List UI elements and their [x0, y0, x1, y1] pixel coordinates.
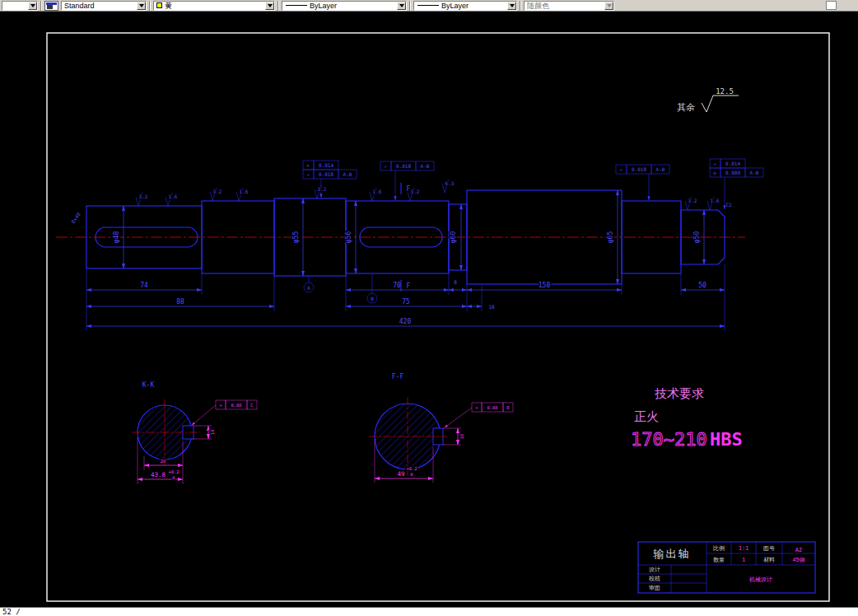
titleblock-row-design: 设计	[649, 567, 660, 572]
tolerance-frame-1: ⌖ 0.014 ↗ 0.018 A-B	[303, 161, 357, 198]
dim-8: 8	[454, 279, 457, 285]
titleblock-row-review: 审图	[649, 585, 660, 591]
tol-lower: 0	[172, 475, 175, 480]
tol-value: 0.08	[487, 405, 497, 410]
plotstyle-combo: 随颜色	[524, 1, 614, 11]
technical-requirements: 技术要求 正火 170~210 HBS	[631, 386, 743, 450]
drawing-area[interactable]: 74 88 70 8 75 18 158 50 420 φ48 φ55 φ56 …	[0, 12, 858, 607]
sheet-value: A2	[795, 547, 802, 553]
dim-88: 88	[176, 298, 184, 306]
color-value: 黄	[162, 2, 265, 10]
lineweight-combo[interactable]: ByLayer	[413, 1, 517, 11]
roughness-value: 3.2	[139, 194, 148, 199]
scale-label: 比例	[713, 545, 725, 552]
color-combo[interactable]: 黄	[153, 1, 275, 11]
lineweight-arrow-icon[interactable]	[507, 2, 516, 10]
text-style-arrow-icon[interactable]	[137, 2, 146, 10]
dia-label-3: φ56	[345, 231, 352, 244]
roughness-value: 3.2	[213, 189, 222, 194]
tol-value: 0.014	[725, 161, 740, 166]
roughness-value: 6.3	[445, 180, 455, 186]
section-right-tolerance-frame: ⌖ 0.08 D	[445, 403, 513, 427]
quantity-label: 数量	[713, 557, 725, 562]
tol-datum-ref: D	[506, 405, 509, 410]
dia-label-5: φ65	[607, 231, 614, 244]
tol-datum-ref: A-B	[343, 171, 352, 177]
dia-label-2: φ55	[292, 231, 300, 244]
roughness-value: 3.2	[688, 198, 697, 203]
general-roughness-note: 其余 12.5	[677, 87, 739, 112]
tol-symbol: ↗	[713, 161, 716, 166]
section-left-side-dim: 14	[210, 429, 215, 435]
toolbar-end-button[interactable]	[826, 1, 837, 10]
shaft-dimensions: 74 88 70 8 75 18 158 50 420	[86, 264, 725, 331]
roughness-value: 1.6	[373, 189, 382, 194]
material-label: 材料	[763, 557, 775, 563]
section-right-dim: 49	[397, 470, 404, 478]
datum-b: B	[367, 273, 377, 303]
text-style-icon[interactable]	[44, 1, 58, 11]
section-left-dim2: 43.8	[151, 471, 166, 478]
roughness-value: 3.2	[318, 186, 327, 192]
toolbar-separator	[277, 1, 279, 11]
tol-value: 0.018	[632, 166, 646, 172]
lineweight-value: ByLayer	[439, 2, 507, 10]
sheet-label: 图号	[763, 545, 775, 552]
section-right-label: F-F	[392, 373, 404, 380]
leftmost-combo-arrow-icon[interactable]	[28, 2, 37, 10]
dim-70: 70	[393, 282, 401, 289]
tol-value: 0.014	[319, 162, 333, 168]
dim-75: 75	[402, 298, 410, 306]
tol-symbol: ◎	[713, 170, 716, 175]
tol-value: 0.018	[319, 171, 333, 177]
tol-symbol: ⌖	[306, 162, 310, 168]
linetype-combo[interactable]: ByLayer	[282, 1, 407, 11]
tol-symbol: ⌖	[219, 403, 221, 408]
part-name: 输出轴	[653, 548, 691, 560]
tol-symbol: ⌖	[475, 405, 478, 410]
section-right-side-dim: 16	[459, 434, 464, 440]
section-letter-top: F	[407, 185, 411, 193]
roughness-marks: 3.2 1.6 3.2 1.6 3.2 1.6 3.2 6.3 3.2 1.6	[136, 180, 720, 210]
tol-value: 0.009	[725, 170, 740, 175]
toolbar-separator	[409, 1, 411, 11]
leftmost-combo[interactable]	[2, 1, 38, 11]
command-line[interactable]: 52 /	[0, 607, 858, 616]
chamfer-note: C2	[725, 202, 732, 208]
roughness-remainder-label: 其余	[677, 102, 695, 112]
title-block: 输出轴 比例 1:1 图号 A2 数量 1 材料 45钢 设计 校核 审图 机械…	[638, 542, 815, 593]
section-left-tolerance-frame: ⌖ 0.08 C	[192, 400, 257, 425]
quantity-value: 1	[742, 557, 745, 563]
tol-symbol: ↗	[306, 171, 310, 177]
dim-50: 50	[698, 282, 706, 289]
tol-datum-ref: C	[250, 403, 253, 408]
sheet-border	[47, 33, 829, 601]
text-style-value: Standard	[62, 2, 137, 10]
roughness-remainder-value: 12.5	[716, 87, 734, 96]
toolbar-separator	[40, 1, 42, 11]
dia-label-4: φ60	[450, 231, 457, 244]
datum-letter: A	[307, 285, 310, 291]
tech-req-treatment: 正火	[634, 409, 659, 423]
datum-letter: B	[371, 296, 374, 301]
command-line-text: 52 /	[2, 608, 21, 616]
material-value: 45钢	[793, 557, 805, 562]
toolbar-separator	[149, 1, 151, 11]
tech-req-unit: HBS	[710, 429, 743, 450]
scale-value: 1:1	[739, 545, 749, 552]
linetype-arrow-icon[interactable]	[397, 2, 406, 10]
titleblock-row-check: 校核	[648, 576, 660, 582]
section-letter-bottom: F	[407, 282, 411, 290]
tolerance-frame-2: ↗ 0.018 A-B	[380, 161, 434, 200]
yellow-color-swatch	[156, 2, 162, 8]
roughness-value: 1.6	[711, 198, 720, 203]
tol-datum-ref: A-B	[750, 170, 759, 175]
section-view-left: K-K 20 43.8 +0.2 0 14 ⌖ 0.08 C	[132, 381, 257, 484]
tol-datum-ref: A-B	[421, 163, 430, 169]
dim-74: 74	[140, 282, 148, 289]
text-style-combo[interactable]: Standard	[61, 1, 147, 11]
tol-datum-ref: A-B	[656, 166, 665, 172]
color-arrow-icon[interactable]	[265, 2, 274, 10]
course-name: 机械设计	[749, 576, 772, 583]
section-view-right: F-F 49 +0.2 0 16 ⌖ 0.08 D	[369, 373, 513, 483]
